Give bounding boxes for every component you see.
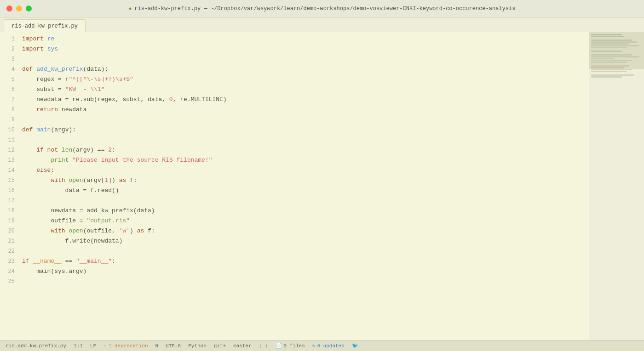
bird-icon[interactable]: 🐦 (352, 343, 358, 349)
vcs-status: git+ (214, 343, 226, 349)
table-row: 23 if __name__ == "__main__": (0, 256, 589, 266)
close-button[interactable] (6, 6, 12, 11)
maximize-button[interactable] (26, 6, 32, 11)
table-row: 11 (0, 135, 589, 145)
code-editor[interactable]: 1 import re 2 import sys 3 4 def add_kw_… (0, 32, 589, 340)
title-bar: ● ris-add-kw-prefix.py — ~/Dropbox/var/w… (0, 0, 644, 17)
table-row: 13 print "Please input the source RIS fi… (0, 155, 589, 165)
warning-icon: ⚠ (104, 343, 107, 349)
table-row: 16 data = f.read() (0, 186, 589, 196)
status-bar: ris-add-kw-prefix.py 1:1 LF ⚠ 1 deprecat… (0, 340, 644, 351)
table-row: 14 else: (0, 165, 589, 176)
encoding-status[interactable]: UTF-8 (166, 343, 181, 349)
table-row: 12 if not len(argv) == 2: (0, 145, 589, 155)
tab-bar: ris-add-kw-prefix.py (0, 17, 644, 32)
language-status[interactable]: Python (188, 343, 207, 349)
table-row: 15 with open(argv[1]) as f: (0, 176, 589, 186)
table-row: 3 (0, 54, 589, 64)
table-row: 24 main(sys.argv) (0, 266, 589, 277)
table-row: 6 subst = "KW - \\1" (0, 85, 589, 95)
indent-status[interactable]: N (155, 343, 159, 349)
status-left: ris-add-kw-prefix.py 1:1 LF ⚠ 1 deprecat… (6, 343, 358, 349)
table-row: 5 regex = r"^([^\-\s]+?)\s+$" (0, 74, 589, 85)
filename-status: ris-add-kw-prefix.py (6, 343, 66, 349)
table-row: 9 (0, 115, 589, 125)
table-row: 20 with open(outfile, 'w') as f: (0, 226, 589, 236)
table-row: 2 import sys (0, 44, 589, 54)
minimize-button[interactable] (16, 6, 22, 11)
table-row: 21 f.write(newdata) (0, 236, 589, 246)
table-row: 1 import re (0, 34, 589, 44)
table-row: 8 return newdata (0, 105, 589, 115)
cursor-position: 1:1 (74, 343, 83, 349)
file-tab[interactable]: ris-add-kw-prefix.py (4, 19, 86, 32)
editor-container: 1 import re 2 import sys 3 4 def add_kw_… (0, 32, 644, 340)
updates-status[interactable]: ↻ 6 updates (312, 343, 345, 349)
code-area: 1 import re 2 import sys 3 4 def add_kw_… (0, 32, 589, 289)
table-row: 4 def add_kw_prefix(data): (0, 64, 589, 74)
vcs-arrows[interactable]: ↓ ↑ (259, 343, 268, 349)
files-icon: 📄 (276, 343, 282, 349)
update-icon: ↻ (312, 343, 316, 349)
table-row: 17 (0, 196, 589, 206)
traffic-lights[interactable] (6, 6, 32, 11)
table-row: 25 (0, 277, 589, 287)
files-status: 📄 0 files (276, 343, 305, 349)
line-ending[interactable]: LF (90, 343, 96, 349)
table-row: 19 outfile = "output.ris" (0, 216, 589, 226)
table-row: 10 def main(argv): (0, 125, 589, 135)
minimap[interactable] (589, 32, 644, 340)
branch-status[interactable]: master (233, 343, 252, 349)
table-row: 18 newdata = add_kw_prefix(data) (0, 206, 589, 216)
table-row: 7 newdata = re.sub(regex, subst, data, 0… (0, 95, 589, 105)
file-icon: ● (129, 6, 132, 11)
warning-status[interactable]: ⚠ 1 deprecation (104, 343, 148, 349)
table-row: 22 (0, 246, 589, 256)
minimap-viewport (589, 32, 644, 69)
window-title: ● ris-add-kw-prefix.py — ~/Dropbox/var/w… (129, 6, 516, 12)
